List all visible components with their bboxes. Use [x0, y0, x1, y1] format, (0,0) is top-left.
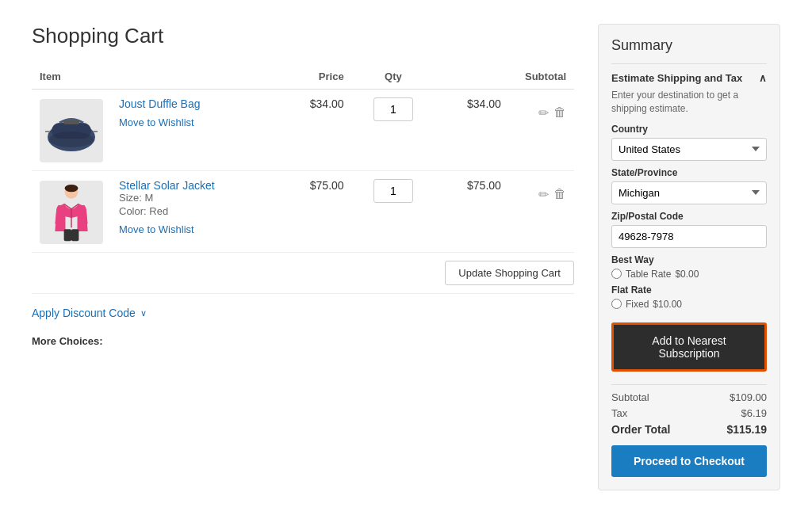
table-rate-option: Table Rate $0.00: [611, 269, 767, 280]
delete-icon-2[interactable]: 🗑: [553, 187, 566, 202]
state-label: State/Province: [611, 167, 767, 178]
qty-input-1[interactable]: [373, 97, 413, 121]
chevron-down-icon: ∨: [140, 308, 147, 319]
shipping-label: Estimate Shipping and Tax: [611, 72, 742, 84]
table-row: Stellar Solar Jacket Size: M Color: Red …: [32, 171, 574, 253]
table-rate-radio[interactable]: [611, 269, 622, 279]
size-label: Size:: [119, 192, 142, 204]
order-total-row: Order Total $115.19: [611, 423, 767, 436]
item-details-cell: Joust Duffle Bag Move to Wishlist: [111, 90, 278, 171]
item-actions-1: ✏ 🗑: [509, 90, 574, 171]
item-image-bag: [40, 99, 103, 162]
fixed-radio[interactable]: [611, 299, 622, 309]
tax-value: $6.19: [741, 407, 767, 419]
table-rate-value: $0.00: [675, 269, 699, 280]
discount-section[interactable]: Apply Discount Code ∨: [32, 307, 574, 319]
flat-rate-group: Flat Rate Fixed $10.00: [611, 284, 767, 310]
state-select[interactable]: Michigan California New York Texas: [611, 181, 767, 204]
item-actions-2: ✏ 🗑: [509, 171, 574, 253]
item-size: Size: M: [119, 192, 270, 204]
item-details-cell-2: Stellar Solar Jacket Size: M Color: Red …: [111, 171, 278, 253]
checkout-button[interactable]: Proceed to Checkout: [611, 445, 767, 477]
more-choices: More Choices:: [32, 335, 574, 347]
size-value: M: [145, 192, 154, 204]
svg-rect-2: [63, 120, 79, 124]
edit-icon-1[interactable]: ✏: [538, 105, 549, 120]
order-total-value: $115.19: [726, 423, 767, 436]
item-color: Color: Red: [119, 205, 270, 217]
page-title: Shopping Cart: [32, 24, 574, 48]
subtotal-row: Subtotal $109.00: [611, 391, 767, 403]
summary-title: Summary: [611, 37, 767, 54]
subscription-button[interactable]: Add to Nearest Subscription: [611, 322, 767, 372]
fixed-option: Fixed $10.00: [611, 299, 767, 310]
tax-label: Tax: [611, 407, 627, 419]
subtotal-label: Subtotal: [611, 391, 649, 403]
item-image-jacket: [40, 181, 103, 244]
country-label: Country: [611, 124, 767, 135]
move-wishlist-2[interactable]: Move to Wishlist: [119, 223, 270, 235]
tax-row: Tax $6.19: [611, 407, 767, 419]
zip-label: Zip/Postal Code: [611, 211, 767, 222]
shipping-desc: Enter your destination to get a shipping…: [611, 89, 767, 116]
zip-input[interactable]: [611, 225, 767, 248]
color-label: Color:: [119, 205, 147, 217]
fixed-value: $10.00: [653, 299, 682, 310]
item-name-1[interactable]: Joust Duffle Bag: [119, 97, 200, 110]
best-way-label: Best Way: [611, 254, 767, 265]
more-choices-label: More Choices:: [32, 335, 103, 347]
flat-rate-label: Flat Rate: [611, 284, 767, 296]
table-rate-label: Table Rate: [626, 269, 671, 280]
item-subtotal-1: $34.00: [435, 90, 509, 171]
best-way-group: Best Way Table Rate $0.00: [611, 254, 767, 280]
shipping-section: Estimate Shipping and Tax ∧ Enter your d…: [611, 63, 767, 380]
item-qty-cell-1: [352, 90, 435, 171]
bag-svg: [44, 109, 99, 153]
svg-rect-10: [71, 229, 79, 241]
cart-table: Item Price Qty Subtotal: [32, 64, 574, 253]
item-image-cell-2: [32, 171, 111, 253]
svg-point-7: [65, 184, 79, 191]
main-content: Shopping Cart Item Price Qty Subtotal: [32, 24, 574, 491]
edit-icon-2[interactable]: ✏: [538, 187, 549, 202]
cart-actions: Update Shopping Cart: [32, 261, 574, 294]
fixed-label: Fixed: [626, 299, 649, 310]
item-qty-cell-2: [352, 171, 435, 253]
order-total-label: Order Total: [611, 423, 670, 436]
country-select[interactable]: United States Canada Mexico: [611, 138, 767, 161]
item-price-1: $34.00: [278, 90, 352, 171]
col-item: Item: [32, 64, 278, 90]
item-price-2: $75.00: [278, 171, 352, 253]
subtotal-value: $109.00: [730, 391, 767, 403]
delete-icon-1[interactable]: 🗑: [553, 105, 566, 120]
discount-label: Apply Discount Code: [32, 307, 136, 319]
table-row: Joust Duffle Bag Move to Wishlist $34.00…: [32, 90, 574, 171]
item-name-2[interactable]: Stellar Solar Jacket: [119, 179, 215, 192]
svg-rect-9: [64, 229, 71, 241]
item-image-cell: [32, 90, 111, 171]
chevron-up-icon[interactable]: ∧: [759, 72, 767, 84]
item-subtotal-2: $75.00: [435, 171, 509, 253]
summary-panel: Summary Estimate Shipping and Tax ∧ Ente…: [598, 24, 780, 490]
update-cart-button[interactable]: Update Shopping Cart: [445, 261, 574, 285]
col-price: Price: [278, 64, 352, 90]
totals-section: Subtotal $109.00 Tax $6.19 Order Total $…: [611, 384, 767, 477]
qty-input-2[interactable]: [373, 179, 413, 203]
col-subtotal: Subtotal: [435, 64, 574, 90]
svg-point-5: [49, 132, 94, 147]
color-value: Red: [149, 205, 168, 217]
move-wishlist-1[interactable]: Move to Wishlist: [119, 116, 270, 128]
col-qty: Qty: [352, 64, 435, 90]
jacket-svg: [48, 183, 95, 242]
